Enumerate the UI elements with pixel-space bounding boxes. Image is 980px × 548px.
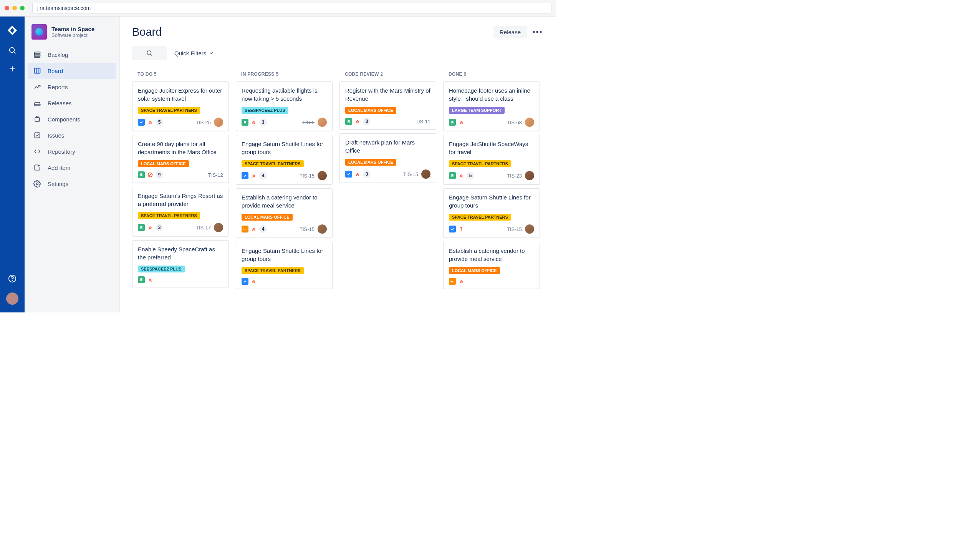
issue-card[interactable]: Requesting available flights is now taki… [236,81,333,131]
issue-title: Engage Saturn Shuttle Lines for group to… [449,193,534,209]
quick-filters-dropdown[interactable]: Quick Filters [174,50,214,56]
url-text: jira.teamsinspace.com [37,5,91,11]
assignee-avatar[interactable] [318,171,327,180]
issue-label: SPACE TRAVEL PARTNERS [449,160,511,167]
user-avatar[interactable] [6,292,18,305]
issue-title: Register with the Mars Ministry of Reven… [345,86,430,103]
svg-rect-7 [35,54,40,56]
issue-card[interactable]: Engage Saturn's Rings Resort as a prefer… [132,187,229,236]
sidebar-item-add[interactable]: Add item [28,159,116,176]
assignee-avatar[interactable] [318,224,327,234]
sidebar-item-releases[interactable]: Releases [28,95,116,111]
chevron-down-icon [209,50,214,56]
issue-label: SEESPACEEZ PLUS [242,107,288,114]
issue-label: LOCAL MARS OFFICE [138,160,189,167]
assignee-avatar[interactable] [421,169,430,179]
svg-rect-9 [35,68,40,73]
issue-title: Engage JetShuttle SpaceWays for travel [449,140,534,156]
project-sidebar: Teams in Space Software project Backlog … [25,17,120,312]
svg-rect-13 [35,133,40,138]
search-icon[interactable] [8,46,17,55]
help-icon[interactable] [8,274,17,283]
priority-highest-icon [147,119,153,125]
issue-title: Establish a catering vendor to provide m… [242,193,327,209]
project-header[interactable]: Teams in Space Software project [28,24,116,46]
sidebar-item-settings[interactable]: Settings [28,176,116,192]
sidebar-item-label: Backlog [48,51,68,58]
priority-highest-icon [251,119,257,125]
issue-label: LOCAL MARS OFFICE [449,267,500,274]
search-input[interactable] [132,46,167,60]
issue-card[interactable]: Establish a catering vendor to provide m… [236,188,333,238]
assignee-avatar[interactable] [318,118,327,127]
issue-card[interactable]: Create 90 day plans for all departments … [132,135,229,183]
minimize-window-icon[interactable] [12,6,17,10]
issue-title: Engage Saturn Shuttle Lines for group to… [242,247,327,263]
priority-highest-icon [251,278,257,284]
task-icon [242,278,248,285]
assignee-avatar[interactable] [525,171,534,180]
story-points: 5 [156,118,163,126]
sidebar-item-components[interactable]: Components [28,111,116,127]
story-icon [449,172,456,179]
reports-icon [33,83,41,91]
sidebar-item-label: Issues [48,132,64,139]
story-points: 3 [259,118,267,126]
project-avatar-icon [31,24,47,40]
issue-label: SPACE TRAVEL PARTNERS [138,107,200,114]
issue-label: SPACE TRAVEL PARTNERS [449,214,511,221]
sidebar-item-label: Repository [48,148,75,155]
issue-card[interactable]: Enable Speedy SpaceCraft as the preferre… [132,240,229,287]
assignee-avatar[interactable] [525,224,534,234]
maximize-window-icon[interactable] [20,6,25,10]
issue-card[interactable]: Engage Saturn Shuttle Lines for group to… [236,242,333,289]
issue-key: TIS-15 [507,226,522,232]
assignee-avatar[interactable] [525,118,534,127]
issue-title: Enable Speedy SpaceCraft as the preferre… [138,245,223,261]
sidebar-item-reports[interactable]: Reports [28,79,116,95]
gear-icon [33,179,41,188]
traffic-lights [5,6,25,10]
issue-card[interactable]: Homepage footer uses an inline style - s… [443,81,540,131]
issue-card[interactable]: Register with the Mars Ministry of Reven… [339,81,436,130]
issue-label: LOCAL MARS OFFICE [242,214,293,221]
issue-label: SPACE TRAVEL PARTNERS [138,212,200,219]
task-icon [138,119,145,126]
sidebar-item-label: Components [48,116,80,123]
kanban-board: TO DO 5 Engage Jupiter Express for outer… [132,67,544,303]
sidebar-item-repository[interactable]: Repository [28,143,116,159]
create-icon[interactable] [8,64,17,73]
svg-rect-12 [35,118,40,121]
url-bar[interactable]: jira.teamsinspace.com [32,3,551,13]
assignee-avatar[interactable] [214,118,223,127]
priority-blocker-icon [147,172,153,178]
issue-title: Establish a catering vendor to provide m… [449,247,534,263]
project-subtitle: Software project [51,32,94,38]
project-title: Teams in Space [51,26,94,32]
svg-line-1 [14,52,16,54]
more-icon[interactable]: ••• [531,26,544,38]
issue-card[interactable]: Engage Jupiter Express for outer solar s… [132,81,229,131]
sidebar-item-backlog[interactable]: Backlog [28,46,116,63]
issue-label: SPACE TRAVEL PARTNERS [242,267,304,274]
issue-card[interactable]: Draft network plan for Mars Office LOCAL… [339,133,436,183]
priority-highest-icon [251,173,257,179]
issue-key: TIS-11 [416,119,430,125]
issue-card[interactable]: Engage Saturn Shuttle Lines for group to… [443,188,540,238]
jira-logo-icon[interactable] [6,24,18,37]
story-points: 5 [467,172,474,179]
story-icon [138,224,145,231]
sidebar-item-label: Reports [48,84,68,90]
sidebar-item-board[interactable]: Board [28,63,116,79]
assignee-avatar[interactable] [214,223,223,232]
release-button[interactable]: Release [493,26,527,38]
close-window-icon[interactable] [5,6,9,10]
issue-key: TIS-68 [507,120,522,125]
issue-card[interactable]: Engage JetShuttle SpaceWays for travel S… [443,135,540,184]
sidebar-item-issues[interactable]: Issues [28,127,116,143]
issue-title: Homepage footer uses an inline style - s… [449,86,534,103]
svg-rect-8 [35,56,40,58]
issue-card[interactable]: Engage Saturn Shuttle Lines for group to… [236,135,333,184]
story-points: 3 [156,224,163,231]
issue-card[interactable]: Establish a catering vendor to provide m… [443,242,540,289]
